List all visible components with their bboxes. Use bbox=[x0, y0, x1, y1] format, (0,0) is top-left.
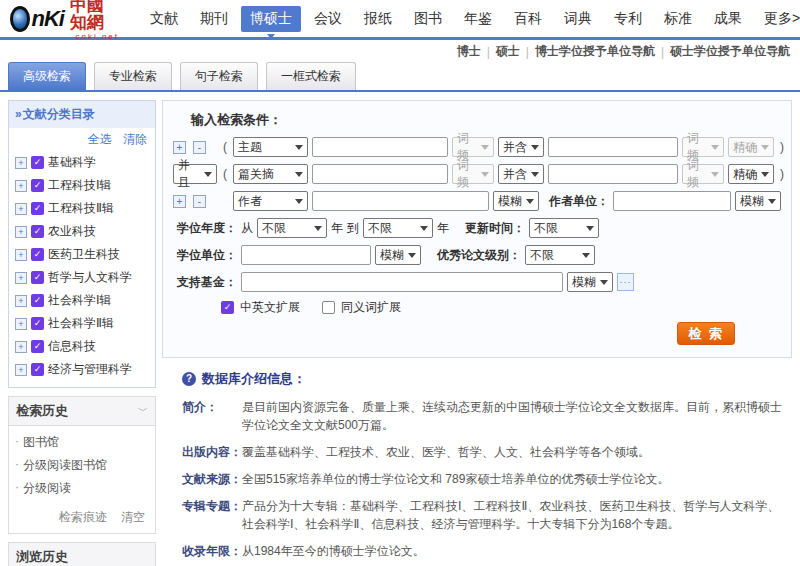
catalog-item-social-science-1[interactable]: + ✓ 社会科学Ⅰ辑 bbox=[13, 289, 151, 312]
catalog-item-philosophy[interactable]: + ✓ 哲学与人文科学 bbox=[13, 266, 151, 289]
author-input[interactable] bbox=[312, 191, 489, 211]
remove-row-button[interactable]: - bbox=[193, 141, 206, 154]
fund-input[interactable] bbox=[241, 272, 563, 292]
author-unit-input[interactable] bbox=[613, 191, 731, 211]
relation-select-contain[interactable]: 并含 bbox=[498, 164, 544, 184]
nav-item-newspaper[interactable]: 报纸 bbox=[355, 6, 401, 32]
checkbox-checked-icon[interactable]: ✓ bbox=[221, 301, 234, 314]
info-row-intro: 简介： 是目前国内资源完备、质量上乘、连续动态更新的中国博硕士学位论文全文数据库… bbox=[182, 398, 784, 434]
expand-icon[interactable]: + bbox=[15, 295, 27, 307]
subnav-doctor-unit-nav[interactable]: 博士学位授予单位导航 bbox=[535, 43, 655, 60]
checkbox-checked-icon[interactable]: ✓ bbox=[31, 156, 44, 169]
search-term-input-2[interactable] bbox=[548, 137, 678, 157]
year-to-select[interactable]: 不限 bbox=[363, 218, 433, 238]
nav-item-book[interactable]: 图书 bbox=[405, 6, 451, 32]
catalog-item-medicine[interactable]: + ✓ 医药卫生科技 bbox=[13, 243, 151, 266]
info-row-series: 专辑专题： 产品分为十大专辑：基础科学、工程科技Ⅰ、工程科技Ⅱ、农业科技、医药卫… bbox=[182, 497, 784, 533]
expand-icon[interactable]: + bbox=[15, 318, 27, 330]
checkbox-checked-icon[interactable]: ✓ bbox=[31, 317, 44, 330]
remove-row-button[interactable]: - bbox=[193, 195, 206, 208]
field-select-subject[interactable]: 主题 bbox=[233, 137, 308, 157]
search-term-input-1[interactable] bbox=[312, 137, 448, 157]
catalog-item-information[interactable]: + ✓ 信息科技 bbox=[13, 335, 151, 358]
search-history-item[interactable]: · 图书馆 bbox=[15, 431, 149, 454]
checkbox-checked-icon[interactable]: ✓ bbox=[31, 363, 44, 376]
expand-icon[interactable]: + bbox=[15, 364, 27, 376]
field-select-topic[interactable]: 篇关摘 bbox=[233, 164, 308, 184]
paren-close: ) bbox=[778, 140, 786, 154]
checkbox-checked-icon[interactable]: ✓ bbox=[31, 271, 44, 284]
nav-item-journal[interactable]: 期刊 bbox=[191, 6, 237, 32]
catalog-item-basic-science[interactable]: + ✓ 基础科学 bbox=[13, 151, 151, 174]
checkbox-checked-icon[interactable]: ✓ bbox=[31, 179, 44, 192]
nav-item-conference[interactable]: 会议 bbox=[305, 6, 351, 32]
checkbox-checked-icon[interactable]: ✓ bbox=[31, 202, 44, 215]
nav-item-standard[interactable]: 标准 bbox=[655, 6, 701, 32]
tab-professional-search[interactable]: 专业检索 bbox=[94, 62, 172, 90]
add-row-button[interactable]: + bbox=[173, 195, 186, 208]
nav-item-patent[interactable]: 专利 bbox=[605, 6, 651, 32]
search-term-input-3[interactable] bbox=[312, 164, 448, 184]
expand-icon[interactable]: + bbox=[15, 249, 27, 261]
year-from-select[interactable]: 不限 bbox=[257, 218, 327, 238]
degree-unit-input[interactable] bbox=[241, 245, 371, 265]
field-select-author[interactable]: 作者 bbox=[233, 191, 308, 211]
checkbox-checked-icon[interactable]: ✓ bbox=[31, 340, 44, 353]
relation-select-contain[interactable]: 并含 bbox=[498, 137, 544, 157]
search-history-item[interactable]: · 分级阅读图书馆 bbox=[15, 454, 149, 477]
clear-link[interactable]: 清除 bbox=[123, 132, 147, 146]
cnki-logo[interactable]: nKi 中國知網 cnki.net bbox=[10, 0, 119, 41]
excellent-paper-select[interactable]: 不限 bbox=[525, 245, 595, 265]
nav-item-thesis[interactable]: 博硕士 bbox=[241, 6, 301, 32]
search-trace-link[interactable]: 检索痕迹 bbox=[59, 509, 107, 526]
condition-row-1: + - ( 主题 词频 并含 词频 精确 bbox=[173, 137, 781, 157]
nav-item-dictionary[interactable]: 词典 bbox=[555, 6, 601, 32]
clear-history-link[interactable]: 清空 bbox=[121, 509, 145, 526]
expand-icon[interactable]: + bbox=[15, 272, 27, 284]
degree-year-row: 学位年度： 从 不限 年 到 不限 年 更新时间： 不限 bbox=[173, 218, 781, 238]
catalog-item-engineering-2[interactable]: + ✓ 工程科技Ⅱ辑 bbox=[13, 197, 151, 220]
subnav-master[interactable]: 硕士 bbox=[496, 43, 520, 60]
expand-icon[interactable]: + bbox=[15, 180, 27, 192]
checkbox-unchecked-icon[interactable] bbox=[322, 301, 335, 314]
add-row-button[interactable]: + bbox=[173, 141, 186, 154]
nav-item-encyclopedia[interactable]: 百科 bbox=[505, 6, 551, 32]
expand-icon[interactable]: + bbox=[15, 157, 27, 169]
logo-chinese: 中國知網 bbox=[70, 0, 119, 31]
subnav-master-unit-nav[interactable]: 硕士学位授予单位导航 bbox=[670, 43, 790, 60]
catalog-panel: »文献分类目录 全选 清除 + ✓ 基础科学 + ✓ 工程科技Ⅰ辑 + bbox=[8, 100, 156, 388]
tab-onebox-search[interactable]: 一框式检索 bbox=[266, 62, 356, 90]
search-history-item[interactable]: · 分级阅读 bbox=[15, 477, 149, 500]
expand-icon[interactable]: + bbox=[15, 226, 27, 238]
match-select-fuzzy[interactable]: 模糊 bbox=[735, 191, 781, 211]
nav-item-literature[interactable]: 文献 bbox=[141, 6, 187, 32]
subnav-doctor[interactable]: 博士 bbox=[457, 43, 481, 60]
expand-icon[interactable]: + bbox=[15, 203, 27, 215]
match-select-fuzzy[interactable]: 模糊 bbox=[567, 272, 613, 292]
nav-item-more[interactable]: 更多>> bbox=[755, 6, 800, 32]
checkbox-checked-icon[interactable]: ✓ bbox=[31, 225, 44, 238]
checkbox-checked-icon[interactable]: ✓ bbox=[31, 248, 44, 261]
select-all-link[interactable]: 全选 bbox=[88, 132, 112, 146]
catalog-item-agriculture[interactable]: + ✓ 农业科技 bbox=[13, 220, 151, 243]
match-select-exact[interactable]: 精确 bbox=[728, 164, 774, 184]
chevron-down-icon bbox=[768, 199, 776, 208]
checkbox-checked-icon[interactable]: ✓ bbox=[31, 294, 44, 307]
catalog-item-social-science-2[interactable]: + ✓ 社会科学Ⅱ辑 bbox=[13, 312, 151, 335]
nav-item-achievement[interactable]: 成果 bbox=[705, 6, 751, 32]
update-time-select[interactable]: 不限 bbox=[529, 218, 599, 238]
logic-select-and[interactable]: 并且 bbox=[173, 164, 217, 184]
tab-advanced-search[interactable]: 高级检索 bbox=[8, 62, 86, 90]
tab-sentence-search[interactable]: 句子检索 bbox=[180, 62, 258, 90]
search-term-input-4[interactable] bbox=[548, 164, 678, 184]
expand-icon[interactable]: + bbox=[15, 341, 27, 353]
nav-item-yearbook[interactable]: 年鉴 bbox=[455, 6, 501, 32]
search-button[interactable]: 检 索 bbox=[677, 322, 735, 345]
catalog-item-engineering-1[interactable]: + ✓ 工程科技Ⅰ辑 bbox=[13, 174, 151, 197]
database-info: ? 数据库介绍信息： 简介： 是目前国内资源完备、质量上乘、连续动态更新的中国博… bbox=[162, 358, 792, 566]
more-funds-button[interactable]: ··· bbox=[617, 273, 634, 291]
collapse-icon[interactable]: ﹀ bbox=[138, 404, 148, 418]
match-select-fuzzy[interactable]: 模糊 bbox=[375, 245, 421, 265]
catalog-item-economics[interactable]: + ✓ 经济与管理科学 bbox=[13, 358, 151, 381]
match-select-fuzzy[interactable]: 模糊 bbox=[493, 191, 539, 211]
